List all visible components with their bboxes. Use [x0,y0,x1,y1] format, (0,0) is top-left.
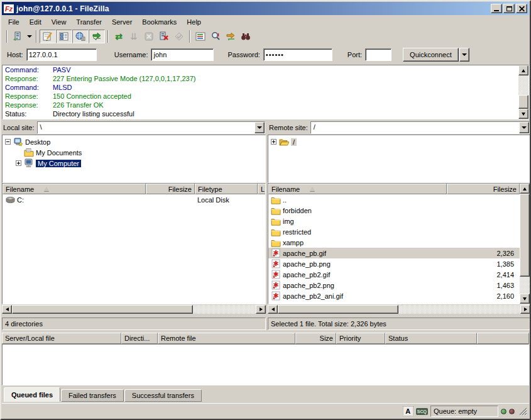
local-site-value[interactable]: \ [38,122,255,133]
toggle-log-button[interactable] [40,30,56,43]
maximize-button[interactable] [503,4,515,13]
site-manager-dropdown[interactable] [25,30,33,43]
remote-file-row[interactable]: apache_pb2_ani.gif 2,160 [268,290,530,301]
disconnect-button[interactable] [156,30,172,43]
column-header-size[interactable]: Size [295,333,336,344]
scrollbar-thumb[interactable] [520,194,530,277]
compare-button[interactable] [208,30,223,43]
toolbar: ⇄ ⇊ [2,28,529,45]
username-input[interactable] [151,48,214,61]
my-documents-icon [24,148,34,158]
menu-view[interactable]: View [47,17,72,27]
remote-file-row[interactable]: restricted [268,226,530,237]
quickconnect-dropdown[interactable] [459,48,469,62]
menu-transfer[interactable]: Transfer [71,17,107,27]
toggle-queue-button[interactable] [89,30,105,43]
column-header-filename[interactable]: Filename [268,184,447,194]
scroll-down-button[interactable] [520,294,530,304]
minimize-button[interactable] [491,4,502,13]
close-button[interactable] [516,4,527,13]
chevron-down-icon [27,35,32,38]
toggle-remote-tree-button[interactable] [72,30,89,43]
tree-item-my-documents[interactable]: My Documents [3,147,265,158]
queue-list[interactable] [2,344,529,385]
remote-file-row[interactable]: apache_pb2.gif 2,414 [268,269,530,280]
find-files-button[interactable] [238,30,253,43]
port-label: Port: [348,51,362,58]
expand-box[interactable] [16,160,21,166]
remote-file-row[interactable]: xampp [268,237,530,248]
column-header-filetype[interactable]: Filetype [195,184,258,194]
resize-grip-icon[interactable] [519,407,527,416]
scroll-right-button[interactable] [256,305,266,314]
remote-file-row[interactable]: apache_pb.png 1,385 [268,258,530,269]
cancel-operation-button[interactable] [141,30,156,43]
process-queue-button[interactable]: ⇊ [126,30,141,43]
scroll-up-button[interactable] [518,65,528,75]
remote-file-row-selected[interactable]: apache_pb.gif 2,326 [268,248,530,258]
title-bar[interactable]: Fz john@127.0.0.1 - FileZilla [2,2,529,15]
menu-help[interactable]: Help [182,17,206,27]
scrollbar-thumb[interactable] [278,305,398,314]
column-header-direction[interactable]: Directi... [121,333,158,344]
column-header-filename[interactable]: Filename [3,184,146,194]
remote-site-value[interactable]: / [311,122,519,133]
remote-file-row[interactable]: apache_pb2.png 1,463 [268,280,530,290]
local-site-combo[interactable]: \ [37,121,265,134]
filezilla-window: Fz john@127.0.0.1 - FileZilla File Edit … [0,0,531,420]
scroll-left-button[interactable] [268,305,278,314]
column-header-filesize[interactable]: Filesize [447,184,520,194]
column-header-lastmodified[interactable]: L [258,184,266,194]
collapse-box[interactable] [5,139,11,145]
combo-dropdown-button[interactable] [519,122,529,133]
remote-hscrollbar[interactable] [268,305,530,314]
tree-item-desktop[interactable]: Desktop [3,136,265,147]
local-hscrollbar[interactable] [2,305,266,314]
log-scrollbar[interactable] [518,65,528,119]
filter-button[interactable] [193,30,208,43]
tree-connector [16,150,21,155]
site-manager-button[interactable] [10,30,25,43]
tab-queued-files[interactable]: Queued files [4,387,60,402]
remote-file-row[interactable]: img [268,216,530,226]
transfer-type-icon[interactable]: A [403,406,413,416]
menu-edit[interactable]: Edit [25,17,47,27]
tab-successful-transfers[interactable]: Successful transfers [124,389,202,402]
combo-dropdown-button[interactable] [255,122,265,133]
tab-failed-transfers[interactable]: Failed transfers [61,389,124,402]
column-header-filesize[interactable]: Filesize [146,184,195,194]
scrollbar-thumb[interactable] [518,95,528,109]
speed-limits-icon[interactable]: SCQ [416,408,428,415]
scroll-down-button[interactable] [518,109,528,119]
toolbar-separator [189,30,190,43]
refresh-button[interactable]: ⇄ [111,30,126,43]
port-input[interactable] [365,48,391,61]
column-header-status[interactable]: Status [385,333,477,344]
tree-item-my-computer[interactable]: My Computer [3,158,265,169]
cancel-icon [144,31,154,41]
host-input[interactable] [26,48,97,61]
column-header-remote-file[interactable]: Remote file [158,333,295,344]
scroll-right-button[interactable] [520,305,530,314]
scrollbar-thumb[interactable] [12,305,193,314]
sync-browsing-button[interactable] [223,30,238,43]
quickconnect-button[interactable]: Quickconnect [403,48,459,62]
expand-box[interactable] [271,139,276,145]
reconnect-button[interactable] [172,30,187,43]
menu-file[interactable]: File [3,17,25,27]
menu-bookmarks[interactable]: Bookmarks [137,17,182,27]
menu-server[interactable]: Server [107,17,137,27]
scroll-left-button[interactable] [2,305,12,314]
scroll-up-button[interactable] [520,184,530,194]
tree-item-root[interactable]: / [269,136,529,147]
remote-file-row[interactable]: forbidden [268,205,530,216]
password-input[interactable] [263,48,332,61]
local-file-row[interactable]: C: Local Disk [3,194,265,205]
local-tree-icon [59,31,69,41]
column-header-server-local-file[interactable]: Server/Local file [2,333,121,344]
remote-vscrollbar[interactable] [520,184,530,304]
column-header-priority[interactable]: Priority [336,333,385,344]
toggle-local-tree-button[interactable] [56,30,72,43]
remote-file-row[interactable]: .. [268,194,530,205]
remote-site-combo[interactable]: / [310,121,530,134]
